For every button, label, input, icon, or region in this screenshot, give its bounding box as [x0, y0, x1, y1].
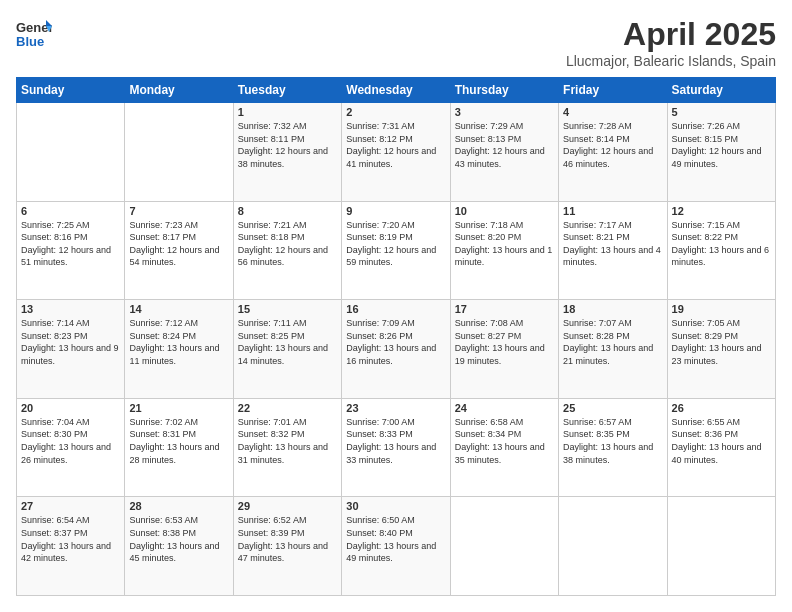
day-info: Sunrise: 7:01 AM Sunset: 8:32 PM Dayligh…: [238, 416, 337, 466]
day-number: 27: [21, 500, 120, 512]
day-info: Sunrise: 7:02 AM Sunset: 8:31 PM Dayligh…: [129, 416, 228, 466]
calendar-cell: 16 Sunrise: 7:09 AM Sunset: 8:26 PM Dayl…: [342, 300, 450, 399]
day-number: 18: [563, 303, 662, 315]
title-block: April 2025 Llucmajor, Balearic Islands, …: [566, 16, 776, 69]
main-title: April 2025: [566, 16, 776, 53]
day-info: Sunrise: 7:05 AM Sunset: 8:29 PM Dayligh…: [672, 317, 771, 367]
calendar-cell: 12 Sunrise: 7:15 AM Sunset: 8:22 PM Dayl…: [667, 201, 775, 300]
day-number: 12: [672, 205, 771, 217]
day-number: 30: [346, 500, 445, 512]
day-info: Sunrise: 7:20 AM Sunset: 8:19 PM Dayligh…: [346, 219, 445, 269]
calendar-cell: 4 Sunrise: 7:28 AM Sunset: 8:14 PM Dayli…: [559, 103, 667, 202]
calendar-cell: 5 Sunrise: 7:26 AM Sunset: 8:15 PM Dayli…: [667, 103, 775, 202]
day-info: Sunrise: 7:28 AM Sunset: 8:14 PM Dayligh…: [563, 120, 662, 170]
calendar-week-5: 27 Sunrise: 6:54 AM Sunset: 8:37 PM Dayl…: [17, 497, 776, 596]
calendar-cell: 6 Sunrise: 7:25 AM Sunset: 8:16 PM Dayli…: [17, 201, 125, 300]
day-info: Sunrise: 7:09 AM Sunset: 8:26 PM Dayligh…: [346, 317, 445, 367]
calendar-cell: 18 Sunrise: 7:07 AM Sunset: 8:28 PM Dayl…: [559, 300, 667, 399]
day-number: 14: [129, 303, 228, 315]
calendar-weekday-sunday: Sunday: [17, 78, 125, 103]
day-info: Sunrise: 7:17 AM Sunset: 8:21 PM Dayligh…: [563, 219, 662, 269]
day-number: 29: [238, 500, 337, 512]
calendar-cell: 9 Sunrise: 7:20 AM Sunset: 8:19 PM Dayli…: [342, 201, 450, 300]
day-number: 1: [238, 106, 337, 118]
day-info: Sunrise: 7:04 AM Sunset: 8:30 PM Dayligh…: [21, 416, 120, 466]
calendar-cell: 30 Sunrise: 6:50 AM Sunset: 8:40 PM Dayl…: [342, 497, 450, 596]
calendar-cell: 1 Sunrise: 7:32 AM Sunset: 8:11 PM Dayli…: [233, 103, 341, 202]
day-info: Sunrise: 6:58 AM Sunset: 8:34 PM Dayligh…: [455, 416, 554, 466]
day-info: Sunrise: 7:14 AM Sunset: 8:23 PM Dayligh…: [21, 317, 120, 367]
day-number: 5: [672, 106, 771, 118]
page: General Blue April 2025 Llucmajor, Balea…: [0, 0, 792, 612]
day-number: 6: [21, 205, 120, 217]
day-info: Sunrise: 7:26 AM Sunset: 8:15 PM Dayligh…: [672, 120, 771, 170]
day-info: Sunrise: 7:08 AM Sunset: 8:27 PM Dayligh…: [455, 317, 554, 367]
calendar-weekday-tuesday: Tuesday: [233, 78, 341, 103]
day-number: 2: [346, 106, 445, 118]
day-number: 24: [455, 402, 554, 414]
calendar-cell: 8 Sunrise: 7:21 AM Sunset: 8:18 PM Dayli…: [233, 201, 341, 300]
calendar-cell: 13 Sunrise: 7:14 AM Sunset: 8:23 PM Dayl…: [17, 300, 125, 399]
calendar-weekday-wednesday: Wednesday: [342, 78, 450, 103]
day-number: 10: [455, 205, 554, 217]
calendar-weekday-saturday: Saturday: [667, 78, 775, 103]
subtitle: Llucmajor, Balearic Islands, Spain: [566, 53, 776, 69]
day-number: 8: [238, 205, 337, 217]
day-number: 28: [129, 500, 228, 512]
calendar-cell: 2 Sunrise: 7:31 AM Sunset: 8:12 PM Dayli…: [342, 103, 450, 202]
calendar-cell: 27 Sunrise: 6:54 AM Sunset: 8:37 PM Dayl…: [17, 497, 125, 596]
calendar-cell: [17, 103, 125, 202]
calendar-header-row: SundayMondayTuesdayWednesdayThursdayFrid…: [17, 78, 776, 103]
calendar-cell: [667, 497, 775, 596]
logo-icon: General Blue: [16, 16, 52, 52]
day-info: Sunrise: 6:57 AM Sunset: 8:35 PM Dayligh…: [563, 416, 662, 466]
calendar-cell: [125, 103, 233, 202]
day-number: 13: [21, 303, 120, 315]
calendar-cell: 15 Sunrise: 7:11 AM Sunset: 8:25 PM Dayl…: [233, 300, 341, 399]
calendar-cell: 19 Sunrise: 7:05 AM Sunset: 8:29 PM Dayl…: [667, 300, 775, 399]
calendar-cell: 10 Sunrise: 7:18 AM Sunset: 8:20 PM Dayl…: [450, 201, 558, 300]
day-info: Sunrise: 7:18 AM Sunset: 8:20 PM Dayligh…: [455, 219, 554, 269]
calendar-cell: 26 Sunrise: 6:55 AM Sunset: 8:36 PM Dayl…: [667, 398, 775, 497]
calendar-cell: 24 Sunrise: 6:58 AM Sunset: 8:34 PM Dayl…: [450, 398, 558, 497]
calendar-weekday-thursday: Thursday: [450, 78, 558, 103]
day-info: Sunrise: 7:00 AM Sunset: 8:33 PM Dayligh…: [346, 416, 445, 466]
day-number: 15: [238, 303, 337, 315]
day-number: 7: [129, 205, 228, 217]
day-info: Sunrise: 7:12 AM Sunset: 8:24 PM Dayligh…: [129, 317, 228, 367]
calendar-cell: 28 Sunrise: 6:53 AM Sunset: 8:38 PM Dayl…: [125, 497, 233, 596]
day-number: 26: [672, 402, 771, 414]
calendar-cell: 23 Sunrise: 7:00 AM Sunset: 8:33 PM Dayl…: [342, 398, 450, 497]
day-number: 9: [346, 205, 445, 217]
day-number: 25: [563, 402, 662, 414]
day-info: Sunrise: 6:53 AM Sunset: 8:38 PM Dayligh…: [129, 514, 228, 564]
day-info: Sunrise: 7:07 AM Sunset: 8:28 PM Dayligh…: [563, 317, 662, 367]
calendar-cell: 11 Sunrise: 7:17 AM Sunset: 8:21 PM Dayl…: [559, 201, 667, 300]
calendar-weekday-friday: Friday: [559, 78, 667, 103]
calendar-cell: 21 Sunrise: 7:02 AM Sunset: 8:31 PM Dayl…: [125, 398, 233, 497]
day-number: 4: [563, 106, 662, 118]
calendar-cell: 7 Sunrise: 7:23 AM Sunset: 8:17 PM Dayli…: [125, 201, 233, 300]
day-number: 16: [346, 303, 445, 315]
day-number: 20: [21, 402, 120, 414]
calendar-cell: 14 Sunrise: 7:12 AM Sunset: 8:24 PM Dayl…: [125, 300, 233, 399]
header: General Blue April 2025 Llucmajor, Balea…: [16, 16, 776, 69]
day-info: Sunrise: 7:29 AM Sunset: 8:13 PM Dayligh…: [455, 120, 554, 170]
day-info: Sunrise: 7:25 AM Sunset: 8:16 PM Dayligh…: [21, 219, 120, 269]
day-info: Sunrise: 6:54 AM Sunset: 8:37 PM Dayligh…: [21, 514, 120, 564]
day-info: Sunrise: 7:21 AM Sunset: 8:18 PM Dayligh…: [238, 219, 337, 269]
calendar-cell: [450, 497, 558, 596]
day-info: Sunrise: 7:11 AM Sunset: 8:25 PM Dayligh…: [238, 317, 337, 367]
calendar-cell: 20 Sunrise: 7:04 AM Sunset: 8:30 PM Dayl…: [17, 398, 125, 497]
logo: General Blue: [16, 16, 52, 56]
calendar-cell: 17 Sunrise: 7:08 AM Sunset: 8:27 PM Dayl…: [450, 300, 558, 399]
day-number: 22: [238, 402, 337, 414]
calendar-week-2: 6 Sunrise: 7:25 AM Sunset: 8:16 PM Dayli…: [17, 201, 776, 300]
calendar-week-4: 20 Sunrise: 7:04 AM Sunset: 8:30 PM Dayl…: [17, 398, 776, 497]
day-info: Sunrise: 6:50 AM Sunset: 8:40 PM Dayligh…: [346, 514, 445, 564]
day-info: Sunrise: 7:32 AM Sunset: 8:11 PM Dayligh…: [238, 120, 337, 170]
day-number: 19: [672, 303, 771, 315]
calendar-cell: [559, 497, 667, 596]
calendar-week-3: 13 Sunrise: 7:14 AM Sunset: 8:23 PM Dayl…: [17, 300, 776, 399]
day-number: 17: [455, 303, 554, 315]
